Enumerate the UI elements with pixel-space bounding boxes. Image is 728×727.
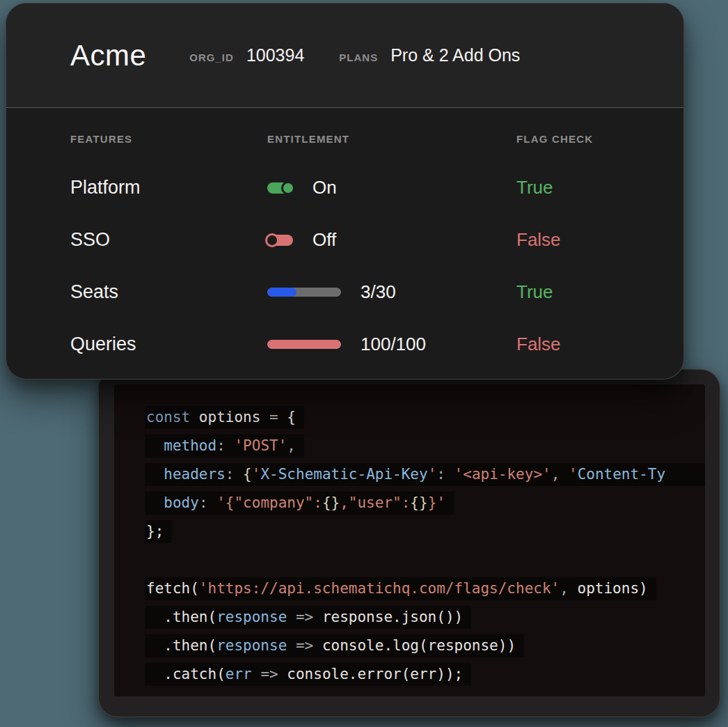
toggle-off-switch[interactable] bbox=[267, 235, 293, 246]
progress-fill bbox=[267, 340, 341, 349]
code-line: headers: {'X-Schematic-Api-Key': '<api-k… bbox=[145, 460, 705, 489]
flag-check-value: True bbox=[516, 177, 683, 198]
code-line: .then(response => console.log(response)) bbox=[145, 632, 705, 660]
code-line-highlight: .catch(err => console.error(err)); bbox=[145, 663, 471, 686]
code-line: }; bbox=[145, 517, 705, 546]
feature-name: Platform bbox=[70, 177, 267, 198]
code-line: const options = { bbox=[145, 403, 705, 432]
code-line-highlight: headers: {'X-Schematic-Api-Key': '<api-k… bbox=[145, 463, 705, 486]
entitlement-value: 3/30 bbox=[361, 281, 396, 303]
code-editor-screen: const options = { method: 'POST', header… bbox=[114, 384, 705, 696]
flag-check-value: True bbox=[516, 281, 683, 303]
code-line-highlight: .then(response => response.json()) bbox=[145, 606, 471, 629]
usage-progress-bar bbox=[267, 288, 341, 297]
org-id-value: 100394 bbox=[246, 45, 304, 65]
progress-fill bbox=[267, 288, 296, 297]
entitlement-value: Off bbox=[312, 229, 336, 251]
feature-name: Queries bbox=[70, 334, 267, 355]
code-panel-frame: const options = { method: 'POST', header… bbox=[98, 369, 720, 717]
entitlement-cell: On bbox=[267, 177, 516, 198]
plans-value: Pro & 2 Add Ons bbox=[390, 45, 520, 65]
feature-name: SSO bbox=[70, 229, 267, 251]
flag-check-value: False bbox=[516, 334, 683, 355]
code-line: method: 'POST', bbox=[145, 432, 705, 460]
table-row: Seats3/30True bbox=[6, 266, 683, 318]
code-line: fetch('https://api.schematichq.com/flags… bbox=[145, 574, 705, 603]
table-row: SSOOffFalse bbox=[6, 214, 683, 266]
features-table: FEATURES ENTITLEMENT FLAG CHECK Platform… bbox=[6, 133, 683, 370]
entitlements-card: Acme ORG_ID 100394 PLANS Pro & 2 Add Ons… bbox=[6, 3, 684, 380]
code-line-highlight: body: '{"company":{},"user":{}}' bbox=[145, 492, 454, 515]
code-line-highlight: method: 'POST', bbox=[145, 435, 304, 458]
entitlement-value: On bbox=[312, 177, 337, 198]
entitlement-value: 100/100 bbox=[361, 334, 426, 355]
code-line-highlight: const options = { bbox=[145, 406, 304, 429]
table-header-row: FEATURES ENTITLEMENT FLAG CHECK bbox=[6, 133, 683, 145]
org-id-pair: ORG_ID 100394 bbox=[189, 45, 304, 65]
toggle-knob bbox=[281, 181, 295, 195]
code-line-highlight: }; bbox=[145, 520, 172, 543]
column-header-features: FEATURES bbox=[70, 133, 267, 145]
code-line: body: '{"company":{},"user":{}}' bbox=[145, 489, 705, 517]
toggle-on-switch[interactable] bbox=[267, 182, 293, 194]
code-blank-line bbox=[145, 546, 705, 574]
entitlement-cell: Off bbox=[267, 229, 516, 251]
code-line: .then(response => response.json()) bbox=[145, 603, 705, 632]
table-row: PlatformOnTrue bbox=[6, 162, 683, 214]
org-name: Acme bbox=[70, 39, 146, 72]
org-id-label: ORG_ID bbox=[189, 52, 234, 63]
code-block: const options = { method: 'POST', header… bbox=[114, 384, 705, 689]
column-header-flag-check: FLAG CHECK bbox=[516, 133, 683, 145]
toggle-knob bbox=[265, 233, 279, 247]
code-line: .catch(err => console.error(err)); bbox=[145, 660, 705, 689]
card-header: Acme ORG_ID 100394 PLANS Pro & 2 Add Ons bbox=[6, 3, 683, 108]
feature-name: Seats bbox=[70, 281, 267, 303]
table-row: Queries100/100False bbox=[6, 318, 683, 370]
entitlement-cell: 3/30 bbox=[267, 281, 516, 303]
flag-check-value: False bbox=[516, 229, 683, 251]
plans-pair: PLANS Pro & 2 Add Ons bbox=[339, 45, 520, 65]
column-header-entitlement: ENTITLEMENT bbox=[267, 133, 516, 145]
code-line-highlight: .then(response => console.log(response)) bbox=[145, 634, 524, 657]
entitlement-cell: 100/100 bbox=[267, 334, 516, 355]
usage-progress-bar bbox=[267, 340, 341, 349]
code-line-highlight: fetch('https://api.schematichq.com/flags… bbox=[145, 577, 656, 600]
plans-label: PLANS bbox=[339, 52, 378, 63]
table-rows: PlatformOnTrueSSOOffFalseSeats3/30TrueQu… bbox=[6, 162, 683, 370]
